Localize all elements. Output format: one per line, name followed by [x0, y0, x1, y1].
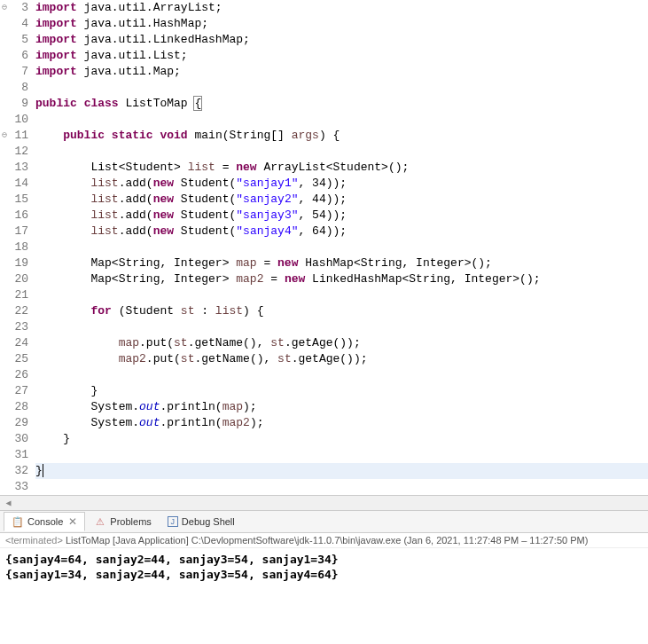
line-number: 16 [0, 208, 28, 224]
tab-label: Debug Shell [182, 516, 235, 527]
line-number: 23 [0, 319, 28, 335]
line-number: 25 [0, 351, 28, 367]
tab-label: Problems [110, 516, 151, 527]
code-line[interactable]: list.add(new Student("sanjay1", 34)); [35, 176, 648, 192]
horizontal-scrollbar[interactable]: ◀ [0, 495, 648, 510]
code-line[interactable]: import java.util.Map; [35, 64, 648, 80]
line-number: 15 [0, 192, 28, 208]
line-number: 27 [0, 383, 28, 399]
line-number: 6 [0, 48, 28, 64]
line-number: 28 [0, 399, 28, 415]
code-line[interactable]: public static void main(String[] args) { [35, 128, 648, 144]
code-line[interactable] [35, 447, 648, 463]
code-line[interactable] [35, 287, 648, 303]
line-number: 21 [0, 287, 28, 303]
code-line[interactable]: list.add(new Student("sanjay3", 54)); [35, 208, 648, 224]
console-status: <terminated> [5, 535, 63, 546]
code-line[interactable]: System.out.println(map); [35, 399, 648, 415]
code-line[interactable]: list.add(new Student("sanjay4", 64)); [35, 224, 648, 240]
code-line[interactable]: for (Student st : list) { [35, 303, 648, 319]
tab-label: Console [27, 516, 63, 527]
fold-marker-icon[interactable]: ⊖ [2, 0, 7, 16]
code-line[interactable]: import java.util.HashMap; [35, 16, 648, 32]
line-number: 14 [0, 176, 28, 192]
code-line[interactable]: Map<String, Integer> map2 = new LinkedHa… [35, 271, 648, 287]
code-line[interactable] [35, 240, 648, 255]
code-line[interactable]: System.out.println(map2); [35, 415, 648, 431]
code-line[interactable]: } [35, 383, 648, 399]
code-line[interactable] [35, 144, 648, 160]
code-line[interactable]: import java.util.List; [35, 48, 648, 64]
console-output-line: {sanjay4=64, sanjay2=44, sanjay3=54, san… [5, 552, 643, 567]
code-line[interactable]: map2.put(st.getName(), st.getAge()); [35, 351, 648, 367]
code-line[interactable]: } [35, 463, 648, 479]
code-line[interactable] [35, 112, 648, 128]
line-number: 9 [0, 96, 28, 112]
line-number: 30 [0, 431, 28, 447]
line-number: 33 [0, 479, 28, 495]
line-number: 31 [0, 447, 28, 463]
tab-problems[interactable]: ⚠ Problems [87, 513, 158, 530]
console-output[interactable]: {sanjay4=64, sanjay2=44, sanjay3=54, san… [0, 548, 648, 585]
line-number: 32 [0, 463, 28, 479]
line-number: 10 [0, 112, 28, 128]
code-editor[interactable]: 3⊖4567891011⊖121314151617181920212223242… [0, 0, 648, 495]
tab-debug-shell[interactable]: J Debug Shell [160, 514, 242, 530]
code-line[interactable] [35, 80, 648, 96]
line-number: 11⊖ [0, 128, 28, 144]
problems-icon: ⚠ [94, 515, 106, 528]
code-line[interactable] [35, 367, 648, 383]
line-number: 26 [0, 367, 28, 383]
code-line[interactable]: import java.util.ArrayList; [35, 0, 648, 16]
console-app: ListToMap [Java Application] [66, 535, 189, 546]
tab-console[interactable]: 📋 Console ✕ [4, 512, 85, 531]
line-number: 18 [0, 240, 28, 255]
line-number: 5 [0, 32, 28, 48]
line-number: 13 [0, 160, 28, 176]
code-line[interactable]: } [35, 431, 648, 447]
code-line[interactable]: map.put(st.getName(), st.getAge()); [35, 335, 648, 351]
bottom-tabs-bar: 📋 Console ✕ ⚠ Problems J Debug Shell [0, 510, 648, 533]
line-number: 12 [0, 144, 28, 160]
line-number: 3⊖ [0, 0, 28, 16]
line-number: 8 [0, 80, 28, 96]
line-number: 20 [0, 271, 28, 287]
line-number: 4 [0, 16, 28, 32]
code-line[interactable] [35, 479, 648, 495]
line-number: 7 [0, 64, 28, 80]
debug-shell-icon: J [168, 516, 178, 527]
fold-marker-icon[interactable]: ⊖ [2, 128, 7, 144]
console-path: C:\DevlopmentSoftware\jdk-11.0.7\bin\jav… [191, 535, 402, 546]
console-time: (Jan 6, 2021, 11:27:48 PM – 11:27:50 PM) [403, 535, 588, 546]
code-line[interactable] [35, 319, 648, 335]
text-cursor [43, 464, 43, 477]
code-area[interactable]: import java.util.ArrayList;import java.u… [35, 0, 648, 495]
line-number: 19 [0, 255, 28, 271]
console-icon: 📋 [12, 515, 24, 528]
line-number: 22 [0, 303, 28, 319]
close-icon[interactable]: ✕ [68, 515, 77, 528]
code-line[interactable]: List<Student> list = new ArrayList<Stude… [35, 160, 648, 176]
console-output-line: {sanjay1=34, sanjay2=44, sanjay3=54, san… [5, 567, 643, 582]
code-line[interactable]: import java.util.LinkedHashMap; [35, 32, 648, 48]
scroll-left-icon[interactable]: ◀ [2, 497, 15, 510]
code-line[interactable]: public class ListToMap { [35, 96, 648, 112]
code-line[interactable]: list.add(new Student("sanjay2", 44)); [35, 192, 648, 208]
line-number-gutter: 3⊖4567891011⊖121314151617181920212223242… [0, 0, 35, 495]
line-number: 24 [0, 335, 28, 351]
line-number: 17 [0, 224, 28, 240]
code-line[interactable]: Map<String, Integer> map = new HashMap<S… [35, 255, 648, 271]
line-number: 29 [0, 415, 28, 431]
console-header: <terminated> ListToMap [Java Application… [0, 533, 648, 548]
